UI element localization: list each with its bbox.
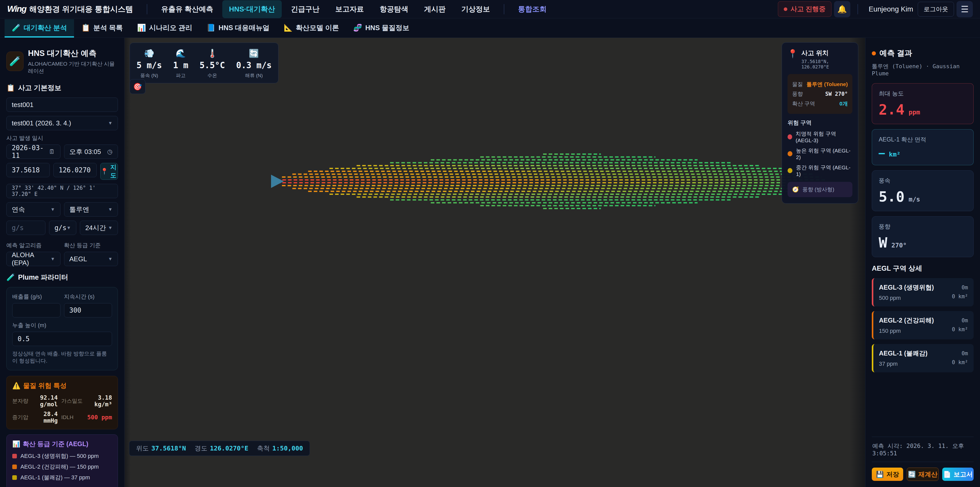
tab-label: 분석 목록 [93, 23, 123, 32]
nav-item-weather-info[interactable]: 기상정보 [455, 0, 496, 18]
warning-icon: ⚠️ [12, 382, 21, 390]
recalculate-button[interactable]: 🔄 재계산 [907, 468, 939, 481]
water-temp-value: 5.5°C [200, 60, 225, 70]
vapor-pressure-value: 28.4 mmHg [32, 410, 58, 424]
tab-scenario-management[interactable]: 📊 시나리오 관리 [130, 19, 199, 38]
menu-button[interactable]: ☰ [956, 1, 973, 18]
tab-hns-manual[interactable]: 📘 HNS 대응매뉴얼 [199, 19, 277, 38]
wind-speed-label: 풍속 [879, 177, 967, 185]
target-icon: 🎯 [133, 83, 142, 91]
incident-name-input[interactable] [6, 97, 118, 112]
material-select[interactable]: 톨루엔 ▼ [64, 202, 118, 217]
aegl3-legend-item: AEGL-3 (생명위협) — 500 ppm [12, 452, 112, 460]
logout-button[interactable]: 로그아웃 [918, 2, 954, 17]
nav-item-reports[interactable]: 보고자료 [329, 0, 371, 18]
open-map-button[interactable]: 📍 지도 [100, 163, 118, 180]
save-label: 저장 [886, 470, 899, 479]
hamburger-icon: ☰ [961, 4, 969, 14]
test-tube-icon: 🧪 [6, 51, 24, 71]
release-height-input[interactable] [12, 332, 112, 346]
current-label: 해류 (N) [245, 72, 263, 79]
tab-model-theory[interactable]: 📐 확산모델 이론 [277, 19, 346, 38]
aegl1-color-swatch [12, 475, 17, 480]
incident-in-progress-badge[interactable]: 사고 진행중 [778, 1, 831, 17]
tab-analysis-list[interactable]: 📋 분석 목록 [74, 19, 130, 38]
wind-speed-unit: m/s [908, 196, 920, 203]
incident-date-input[interactable]: 2026-03-11 🗓 [6, 145, 60, 159]
incident-info-box: 물질 톨루엔 (Toluene) 풍향 SW 270° 확산 구역 0개 [788, 74, 853, 114]
wind-icon: 💨 [144, 48, 154, 58]
nav-item-board[interactable]: 게시판 [417, 0, 452, 18]
document-icon: 📄 [943, 471, 951, 478]
incident-location-overlay: 📍 사고 위치 37.5618°N, 126.0270°E 물질 톨루엔 (To… [782, 42, 858, 204]
nav-item-emergency-rescue[interactable]: 긴급구난 [284, 0, 326, 18]
divider [147, 4, 147, 14]
app-title: 해양환경 위기대응 통합시스템 [29, 4, 133, 14]
map-canvas[interactable]: 💨 5 m/s 풍속 (N) 🌊 1 m 파고 🌡️ 5.5°C 수온 🔄 0.… [124, 38, 865, 487]
grade-standard-select[interactable]: AEGL ▼ [64, 252, 118, 266]
plume-rate-input[interactable] [12, 303, 60, 318]
aegl1-zone-card: AEGL-1 (불쾌감) 0m 37 ppm 0 km² [872, 344, 974, 372]
nav-item-integrated-search[interactable]: 통합조회 [511, 0, 553, 18]
bell-icon: 🔔 [837, 5, 847, 14]
zone-count-row: 확산 구역 0개 [792, 100, 848, 107]
nav-item-oil-spill[interactable]: 유출유 확산예측 [154, 0, 220, 18]
current-value: 0.3 m/s [236, 60, 272, 70]
notifications-button[interactable]: 🔔 [834, 1, 850, 18]
latitude-readout: 위도 37.5618°N [136, 444, 186, 452]
tab-hns-substance-info[interactable]: 🧬 HNS 물질정보 [346, 19, 416, 38]
grade-standard-label: 확산 등급 기준 [64, 241, 118, 249]
clipboard-icon: 📋 [81, 24, 90, 32]
aegl2-zone-ppm: 150 ppm [879, 327, 901, 334]
user-name: Eunjeong Kim [869, 5, 913, 13]
results-footer: 예측 시각: 2026. 3. 11. 오후 3:05:51 💾 저장 🔄 재계… [872, 437, 974, 481]
incident-time-input[interactable]: 오후 03:05 ◷ [64, 145, 118, 159]
longitude-input[interactable] [53, 163, 97, 177]
release-rate-input[interactable] [6, 220, 45, 235]
vapor-pressure-label: 증기압 [12, 414, 28, 421]
legend-aegl3-label: 치명적 위험 구역 (AEGL-3) [796, 130, 853, 144]
recalculate-label: 재계산 [918, 470, 938, 479]
pin-icon: 📍 [100, 168, 108, 175]
wind-radial-chip[interactable]: 🧭 풍향 (방사형) [788, 182, 853, 197]
tab-dispersion-analysis[interactable]: 🧪 대기확산 분석 [5, 19, 74, 38]
wind-speed-card: 풍속 5.0 m/s [872, 170, 974, 211]
duration-select[interactable]: 24시간 ▼ [80, 220, 118, 235]
aegl3-color-swatch [12, 454, 17, 458]
thermometer-icon: 🌡️ [207, 48, 218, 58]
duration-label: 지속시간 (s) [64, 293, 112, 300]
section-title: 사고 기본정보 [18, 83, 62, 93]
aegl2-label: AEGL-2 (건강피해) — 150 ppm [21, 463, 99, 471]
weather-overlay: 💨 5 m/s 풍속 (N) 🌊 1 m 파고 🌡️ 5.5°C 수온 🔄 0.… [130, 43, 278, 83]
plume-duration-input[interactable] [64, 303, 112, 318]
wind-speed-value: 5 m/s [137, 60, 162, 70]
incident-coords: 37.5618°N, 126.0270°E [801, 59, 853, 69]
time-value: 오후 03:05 [69, 147, 101, 156]
aegl1-area-label: AEGL-1 확산 면적 [879, 136, 967, 144]
material-value: 톨루엔 (Toluene) [807, 81, 848, 88]
chevron-down-icon: ▼ [51, 207, 55, 212]
aegl3-zone-ppm: 500 ppm [879, 295, 901, 301]
save-button[interactable]: 💾 저장 [872, 468, 903, 481]
algorithm-label: 예측 알고리즘 [6, 241, 60, 249]
tab-label: HNS 물질정보 [365, 23, 409, 32]
rate-unit-select[interactable]: g/s ▼ [49, 220, 76, 235]
compass-icon: 🧭 [792, 187, 799, 193]
idlh-value: 500 ppm [86, 414, 112, 421]
floppy-icon: 💾 [876, 471, 884, 478]
release-mode-select[interactable]: 연속 ▼ [6, 202, 60, 217]
nav-item-hns-dispersion[interactable]: HNS·대기확산 [222, 0, 282, 18]
case-select-value: test001 (2026. 3. 4.) [12, 119, 71, 127]
center-target-button[interactable]: 🎯 [130, 79, 145, 94]
aegl-standard-box: 📊 확산 등급 기준 (AEGL) AEGL-3 (생명위협) — 500 pp… [6, 434, 118, 487]
wave-icon: 🌊 [176, 48, 186, 58]
max-concentration-value: 2.4 [879, 101, 904, 118]
latitude-input[interactable] [6, 163, 50, 177]
algorithm-select[interactable]: ALOHA (EPA) ▼ [6, 252, 60, 266]
nav-item-air-search[interactable]: 항공탐색 [373, 0, 415, 18]
orange-dot-icon [872, 51, 876, 56]
aegl3-zone-card: AEGL-3 (생명위협) 0m 500 ppm 0 km² [872, 278, 974, 307]
case-select[interactable]: test001 (2026. 3. 4.) ▼ [6, 116, 118, 130]
aegl1-zone-name: AEGL-1 (불쾌감) [879, 349, 928, 358]
report-button[interactable]: 📄 보고서 [942, 468, 974, 481]
